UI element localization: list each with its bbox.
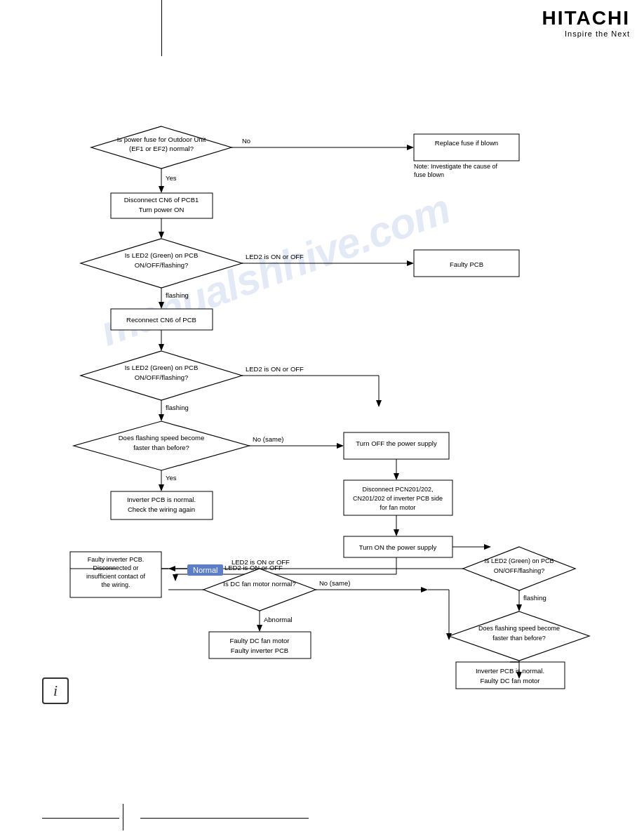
svg-marker-27 [159,302,164,309]
brand-name: HITACHI [542,7,630,29]
svg-text:Note: Investigate the cause of: Note: Investigate the cause of [414,163,498,170]
svg-marker-41 [159,414,164,421]
normal-badge: Normal [187,564,223,576]
svg-rect-6 [414,134,519,161]
brand-tagline: Inspire the Next [542,29,630,38]
svg-text:flashing: flashing [523,594,546,602]
svg-text:Abnormal: Abnormal [264,616,293,623]
svg-text:Faulty DC fan motor: Faulty DC fan motor [481,677,540,684]
svg-text:Yes: Yes [166,174,177,182]
svg-text:Is LED2 (Green) on PCB: Is LED2 (Green) on PCB [484,557,554,564]
svg-marker-73 [484,544,491,550]
footer-divider [123,804,123,830]
svg-rect-106 [209,632,311,658]
svg-text:Disconnect CN6 of PCB1: Disconnect CN6 of PCB1 [124,196,199,204]
svg-text:Faulty DC fan motor: Faulty DC fan motor [230,637,290,644]
svg-text:Does flashing speed become: Does flashing speed become [119,434,205,442]
svg-text:LED2 is ON or OFF: LED2 is ON or OFF [246,253,304,260]
svg-marker-98 [421,587,428,593]
svg-text:flashing: flashing [166,291,189,299]
svg-text:insufficient contact of: insufficient contact of [86,573,145,580]
svg-text:Check the wiring again: Check the wiring again [128,505,195,513]
svg-text:Inverter PCB is normal.: Inverter PCB is normal. [127,496,196,503]
svg-text:for fan motor: for fan motor [380,504,415,511]
header-divider [161,0,162,56]
svg-text:No (same): No (same) [319,579,350,587]
svg-marker-4 [407,145,414,150]
svg-text:ON/OFF/flashing?: ON/OFF/flashing? [494,567,545,574]
flowchart-svg: Is power fuse for Outdoor Unit (EF1 or E… [0,56,644,744]
svg-text:Turn OFF the power supply: Turn OFF the power supply [356,439,437,447]
svg-text:CN201/202 of inverter PCB side: CN201/202 of inverter PCB side [353,495,443,502]
svg-text:fuse blown: fuse blown [414,171,444,178]
svg-marker-64 [394,529,399,536]
svg-text:Yes: Yes [166,474,177,482]
svg-text:Faulty inverter PCB.: Faulty inverter PCB. [88,556,145,563]
svg-text:Turn ON the power supply: Turn ON the power supply [359,543,437,551]
svg-text:LED2 is ON or OFF: LED2 is ON or OFF [246,365,304,373]
svg-text:Is LED2 (Green) on PCB: Is LED2 (Green) on PCB [125,251,199,259]
svg-marker-47 [337,443,344,449]
svg-text:ON/OFF/flashing?: ON/OFF/flashing? [135,261,189,269]
svg-text:Does flashing speed become: Does flashing speed become [478,625,560,632]
svg-marker-22 [407,260,414,266]
svg-marker-32 [159,344,164,351]
svg-text:Disconnected or: Disconnected or [93,564,138,571]
svg-text:No: No [242,137,250,145]
svg-marker-81 [516,604,522,611]
svg-text:Inverter PCB is normal.: Inverter PCB is normal. [476,667,544,675]
footer-line-left [42,818,119,819]
svg-text:Reconnect CN6 of PCB: Reconnect CN6 of PCB [126,316,196,324]
svg-marker-58 [394,473,399,480]
svg-text:Faulty inverter PCB: Faulty inverter PCB [231,647,288,654]
svg-text:Replace fuse if blown: Replace fuse if blown [435,139,498,147]
svg-text:No (same): No (same) [253,435,283,443]
svg-marker-39 [376,400,382,407]
svg-text:(EF1 or EF2) normal?: (EF1 or EF2) normal? [129,145,194,152]
header: HITACHI Inspire the Next [542,7,630,38]
svg-text:ON/OFF/flashing?: ON/OFF/flashing? [135,373,189,381]
svg-text:Disconnect PCN201/202,: Disconnect PCN201/202, [362,486,433,493]
svg-text:Faulty PCB: Faulty PCB [450,260,483,268]
flowchart: Is power fuse for Outdoor Unit (EF1 or E… [0,56,644,744]
svg-text:Turn power ON: Turn power ON [139,206,185,213]
svg-marker-17 [159,232,164,239]
svg-text:LED2 is ON or OFF: LED2 is ON or OFF [232,558,290,566]
svg-marker-11 [159,186,164,193]
info-icon: i [42,677,69,704]
svg-text:faster than before?: faster than before? [492,635,546,642]
footer-line-right [140,818,309,819]
svg-text:flashing: flashing [166,404,189,411]
svg-marker-70 [173,574,178,581]
svg-text:Is LED2 (Green) on PCB: Is LED2 (Green) on PCB [125,364,199,371]
svg-marker-104 [257,625,262,632]
svg-rect-109 [456,662,565,689]
svg-text:Is power fuse for Outdoor Unit: Is power fuse for Outdoor Unit [117,135,206,143]
svg-text:the wiring.: the wiring. [101,581,130,588]
svg-text:Is DC fan motor normal?: Is DC fan motor normal? [223,580,295,588]
svg-marker-52 [159,484,164,491]
svg-text:faster than before?: faster than before? [133,444,189,451]
